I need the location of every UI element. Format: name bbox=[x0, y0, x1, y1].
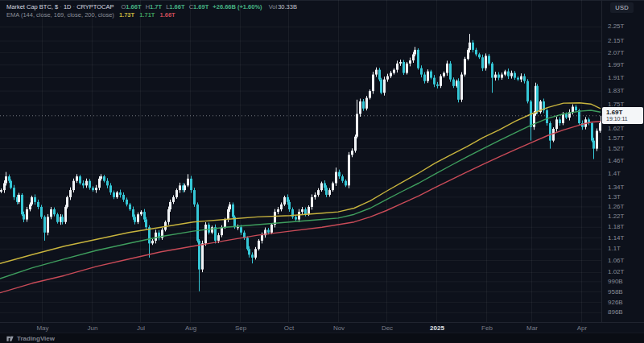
time-axis-label: May bbox=[29, 324, 56, 332]
chart-region[interactable]: Market Cap BTC, $ · 1D · CRYPTOCAP O1.66… bbox=[0, 0, 644, 322]
price-axis-label: 1.46T bbox=[608, 157, 624, 164]
price-axis-label: 1.06T bbox=[608, 257, 624, 264]
time-axis[interactable]: MayJunJulAugSepOctNovDec2025FebMarApr bbox=[0, 322, 644, 333]
currency-usd-button[interactable]: USD bbox=[610, 2, 634, 13]
volume-value: 30.33B bbox=[278, 3, 297, 10]
price-axis-label: 1.26T bbox=[608, 203, 624, 210]
price-axis-label: 990B bbox=[608, 278, 623, 285]
bar-countdown: 19:10:11 bbox=[606, 116, 643, 122]
price-axis-label: 1.1T bbox=[608, 245, 621, 252]
change-value: +26.66B (+1.60%) bbox=[213, 3, 262, 10]
time-axis-label: Jun bbox=[79, 324, 106, 332]
price-axis-label: 926B bbox=[608, 299, 623, 306]
current-price-tag: 1.69T 19:10:11 bbox=[602, 107, 643, 124]
price-axis-label: 1.83T bbox=[608, 87, 624, 94]
price-axis-label: 958B bbox=[608, 288, 623, 295]
candlestick-series bbox=[0, 34, 603, 291]
gridlines bbox=[0, 0, 601, 322]
price-axis[interactable]: 2.25T2.15T2.07T1.99T1.91T1.83T1.75T1.62T… bbox=[601, 0, 644, 322]
tradingview-chart-app: Market Cap BTC, $ · 1D · CRYPTOCAP O1.66… bbox=[0, 0, 644, 343]
tradingview-logo-text: TradingView bbox=[17, 335, 55, 342]
tradingview-logo-icon bbox=[6, 334, 14, 343]
price-axis-label: 1.52T bbox=[608, 145, 624, 152]
bottom-bar: TradingView bbox=[0, 333, 644, 343]
time-axis-label: Apr bbox=[568, 324, 596, 332]
exchange-label[interactable]: CRYPTOCAP bbox=[76, 3, 114, 10]
price-axis-label: 1.18T bbox=[608, 223, 624, 230]
chart-canvas[interactable] bbox=[0, 0, 644, 322]
time-axis-label: Sep bbox=[227, 324, 254, 332]
ema-169-value: 1.71T bbox=[139, 11, 155, 19]
time-axis-label: Nov bbox=[325, 324, 353, 332]
time-axis-label: 2025 bbox=[423, 324, 451, 332]
price-axis-label: 1.91T bbox=[608, 74, 624, 81]
price-axis-label: 1.57T bbox=[608, 134, 624, 142]
symbol-title[interactable]: Market Cap BTC, $ bbox=[6, 3, 58, 10]
price-axis-label: 1.34T bbox=[608, 184, 624, 191]
chart-legend: Market Cap BTC, $ · 1D · CRYPTOCAP O1.66… bbox=[6, 3, 297, 19]
ema-144-value: 1.73T bbox=[119, 11, 134, 19]
open-value: 1.66T bbox=[126, 3, 141, 10]
ohlc-values: O1.66T H1.7T L1.66T C1.69T +26.66B (+1.6… bbox=[119, 3, 264, 10]
ema-200-value: 1.66T bbox=[159, 11, 175, 19]
price-axis-label: 1.02T bbox=[608, 268, 624, 275]
current-price-value: 1.69T bbox=[606, 109, 643, 116]
price-axis-label: 1.3T bbox=[608, 193, 621, 200]
price-axis-label: 1.4T bbox=[608, 170, 621, 177]
price-axis-label: 1.62T bbox=[608, 125, 624, 132]
close-value: 1.69T bbox=[193, 3, 208, 10]
time-axis-label: Dec bbox=[374, 324, 401, 332]
tradingview-logo[interactable]: TradingView bbox=[6, 334, 55, 343]
price-axis-label: 1.22T bbox=[608, 213, 624, 220]
low-value: 1.66T bbox=[169, 3, 184, 10]
ema-169-line bbox=[0, 110, 601, 279]
price-axis-label: 896B bbox=[608, 308, 623, 316]
time-axis-label: Oct bbox=[275, 324, 303, 332]
price-axis-label: 2.25T bbox=[608, 23, 624, 30]
time-axis-label: Aug bbox=[177, 324, 204, 332]
price-axis-label: 2.07T bbox=[608, 49, 624, 56]
symbol-legend-row[interactable]: Market Cap BTC, $ · 1D · CRYPTOCAP O1.66… bbox=[6, 3, 297, 11]
ema-indicator-label[interactable]: EMA (144, close, 169, close, 200, close) bbox=[6, 11, 114, 19]
time-axis-label: Feb bbox=[473, 324, 501, 332]
price-axis-label: 2.15T bbox=[608, 37, 624, 44]
time-axis-label: Mar bbox=[518, 324, 546, 332]
high-value: 1.7T bbox=[150, 3, 162, 10]
price-axis-label: 1.14T bbox=[608, 234, 624, 242]
price-axis-label: 1.99T bbox=[608, 61, 624, 68]
time-axis-label: Jul bbox=[127, 324, 155, 332]
volume-label: Vol bbox=[269, 3, 277, 10]
ema-legend-row[interactable]: EMA (144, close, 169, close, 200, close)… bbox=[6, 11, 297, 19]
